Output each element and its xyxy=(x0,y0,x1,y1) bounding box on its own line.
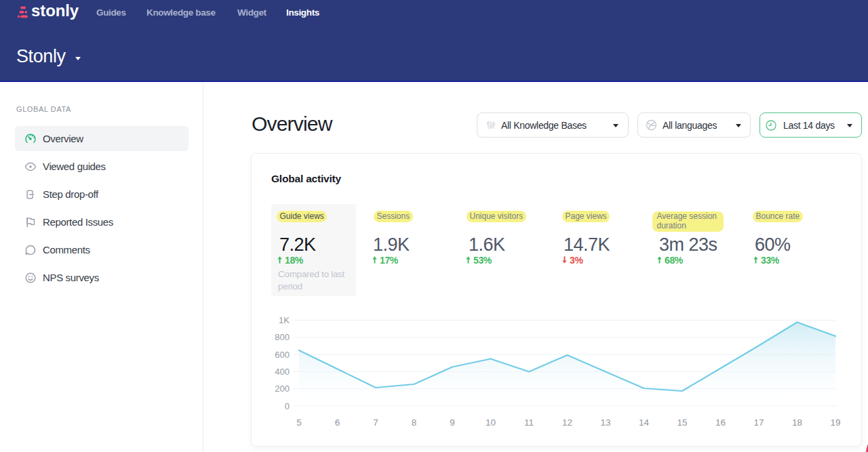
svg-text:18: 18 xyxy=(792,417,802,428)
svg-text:13: 13 xyxy=(600,417,610,428)
svg-text:1K: 1K xyxy=(279,315,290,325)
svg-text:0: 0 xyxy=(285,401,290,411)
svg-text:600: 600 xyxy=(275,350,290,360)
svg-text:16: 16 xyxy=(715,417,726,428)
svg-text:10: 10 xyxy=(486,417,496,428)
svg-text:200: 200 xyxy=(275,384,290,394)
svg-text:7: 7 xyxy=(373,417,378,428)
svg-text:400: 400 xyxy=(275,367,290,377)
svg-text:800: 800 xyxy=(275,332,290,342)
svg-text:12: 12 xyxy=(562,417,572,428)
svg-text:15: 15 xyxy=(677,417,687,428)
svg-text:5: 5 xyxy=(296,417,302,428)
svg-text:14: 14 xyxy=(639,417,650,428)
svg-text:8: 8 xyxy=(412,417,417,428)
svg-text:11: 11 xyxy=(524,417,534,428)
svg-text:6: 6 xyxy=(335,417,340,428)
svg-text:17: 17 xyxy=(753,417,764,428)
svg-text:9: 9 xyxy=(450,417,455,428)
svg-text:19: 19 xyxy=(830,417,840,428)
